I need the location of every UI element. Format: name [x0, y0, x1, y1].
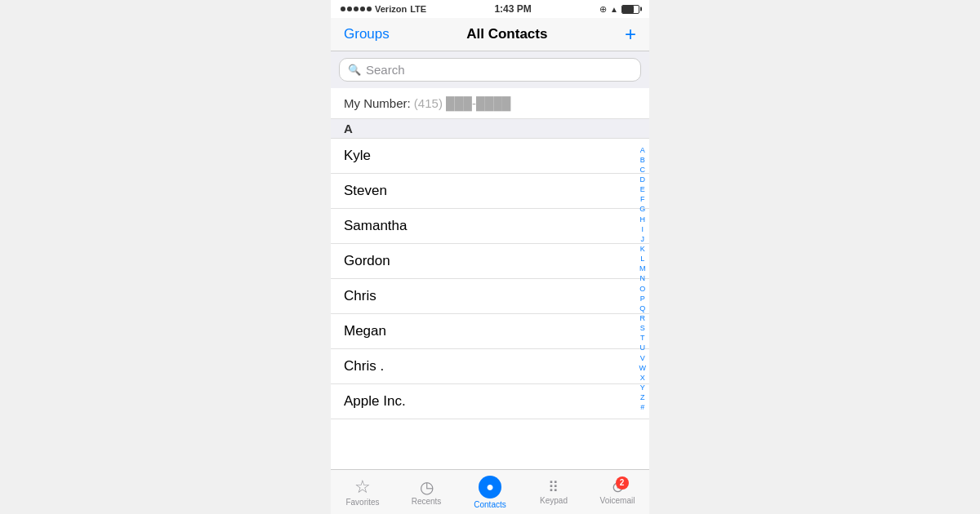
signal-dot-4	[360, 7, 365, 11]
search-bar-container: 🔍 Search	[331, 51, 649, 88]
contact-name-kyle: Kyle	[344, 148, 371, 163]
groups-button[interactable]: Groups	[344, 26, 390, 42]
alpha-n[interactable]: N	[639, 273, 648, 283]
alpha-index: A B C D E F G H I J K L M N O P Q R S T …	[638, 88, 648, 469]
contact-name-gordon: Gordon	[344, 253, 390, 268]
alpha-f[interactable]: F	[639, 194, 647, 204]
alpha-x[interactable]: X	[639, 373, 647, 383]
alpha-h[interactable]: H	[639, 215, 648, 224]
alpha-c[interactable]: C	[639, 165, 648, 175]
network-label: LTE	[410, 4, 426, 14]
contact-row-steven[interactable]: Steven	[331, 174, 649, 209]
time-display: 1:43 PM	[494, 3, 531, 15]
status-left: Verizon LTE	[341, 4, 426, 14]
my-number-label: My Number:	[344, 96, 411, 110]
my-number-value: (415) ███-████	[414, 96, 511, 110]
favorites-icon: ☆	[354, 478, 371, 496]
add-contact-button[interactable]: +	[625, 24, 636, 44]
contact-name-apple-inc: Apple Inc.	[344, 393, 406, 409]
recents-icon: ◷	[420, 479, 434, 495]
contact-row-megan[interactable]: Megan	[331, 314, 649, 349]
alpha-b[interactable]: B	[639, 155, 647, 165]
favorites-label: Favorites	[345, 498, 379, 507]
alpha-i[interactable]: I	[639, 224, 645, 234]
alpha-v[interactable]: V	[639, 353, 647, 363]
alpha-d[interactable]: D	[639, 175, 648, 184]
contact-row-chris-dot[interactable]: Chris .	[331, 349, 649, 384]
contact-row-chris[interactable]: Chris	[331, 279, 649, 314]
contacts-list: My Number: (415) ███-████ A Kyle Steven …	[331, 88, 649, 469]
alpha-e[interactable]: E	[639, 184, 647, 194]
contact-name-samantha: Samantha	[344, 218, 408, 233]
contact-name-chris-dot: Chris .	[344, 358, 384, 374]
alpha-r[interactable]: R	[639, 313, 648, 323]
contact-name-chris: Chris	[344, 288, 376, 304]
phone-screen: Verizon LTE 1:43 PM ⊕ ▲ Groups All Conta…	[331, 0, 649, 514]
battery-icon	[621, 5, 639, 14]
voicemail-badge-container: ⊙ 2	[612, 480, 624, 494]
alpha-o[interactable]: O	[638, 284, 647, 294]
alpha-l[interactable]: L	[639, 254, 646, 264]
tab-recents[interactable]: ◷ Recents	[394, 470, 458, 514]
nav-title: All Contacts	[466, 26, 547, 42]
alpha-t[interactable]: T	[639, 333, 647, 343]
alpha-u[interactable]: U	[639, 343, 648, 352]
signal-dot-2	[347, 7, 352, 11]
alpha-m[interactable]: M	[638, 264, 648, 273]
alpha-w[interactable]: W	[638, 363, 648, 373]
signal-dot-3	[354, 7, 359, 11]
search-icon: 🔍	[348, 64, 361, 76]
alpha-j[interactable]: J	[639, 234, 647, 244]
recents-label: Recents	[412, 497, 442, 506]
battery-fill	[622, 6, 634, 13]
keypad-label: Keypad	[540, 496, 568, 505]
tab-bar: ☆ Favorites ◷ Recents ● Contacts ⠿ Keypa…	[331, 469, 649, 514]
keypad-icon: ⠿	[548, 480, 559, 494]
signal-dot-1	[341, 7, 345, 11]
alpha-a[interactable]: A	[639, 145, 647, 155]
alpha-g[interactable]: G	[638, 204, 647, 214]
status-right: ⊕ ▲	[599, 4, 639, 15]
tab-voicemail[interactable]: ⊙ 2 Voicemail	[586, 470, 649, 514]
carrier-label: Verizon	[375, 4, 407, 14]
tab-contacts[interactable]: ● Contacts	[458, 470, 522, 514]
alpha-p[interactable]: P	[639, 294, 647, 304]
alpha-z[interactable]: Z	[639, 392, 647, 402]
tab-favorites[interactable]: ☆ Favorites	[331, 470, 394, 514]
contact-row-apple-inc[interactable]: Apple Inc.	[331, 384, 649, 419]
contact-name-megan: Megan	[344, 323, 386, 339]
contacts-label: Contacts	[474, 500, 506, 509]
voicemail-badge: 2	[616, 476, 629, 490]
voicemail-label: Voicemail	[600, 496, 635, 505]
contact-row-gordon[interactable]: Gordon	[331, 244, 649, 279]
contacts-icon: ●	[479, 476, 501, 498]
search-bar[interactable]: 🔍 Search	[339, 58, 641, 82]
gps-icon: ⊕	[599, 4, 607, 15]
alpha-k[interactable]: K	[639, 244, 647, 254]
tab-keypad[interactable]: ⠿ Keypad	[522, 470, 586, 514]
signal-dot-5	[367, 7, 372, 11]
search-placeholder: Search	[366, 63, 405, 77]
alpha-hash[interactable]: #	[639, 402, 646, 412]
my-number-row: My Number: (415) ███-████	[331, 88, 649, 119]
alpha-q[interactable]: Q	[638, 304, 647, 313]
signal-dots	[341, 7, 372, 11]
contact-row-kyle[interactable]: Kyle	[331, 139, 649, 174]
nav-bar: Groups All Contacts +	[331, 18, 649, 51]
contact-name-steven: Steven	[344, 183, 387, 198]
alpha-s[interactable]: S	[639, 323, 647, 333]
status-bar: Verizon LTE 1:43 PM ⊕ ▲	[331, 0, 649, 18]
arrow-icon: ▲	[610, 5, 618, 14]
contact-row-samantha[interactable]: Samantha	[331, 209, 649, 244]
section-header-a: A	[331, 119, 649, 139]
alpha-y[interactable]: Y	[639, 383, 647, 392]
